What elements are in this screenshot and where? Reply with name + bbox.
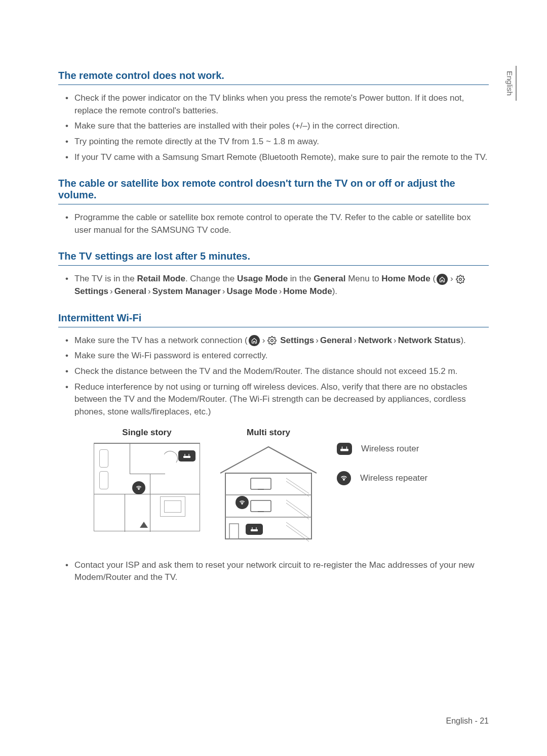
svg-line-12 [286, 500, 309, 516]
list-item: If your TV came with a Samsung Smart Rem… [69, 151, 489, 164]
path-general: General [320, 335, 352, 345]
chevron-icon: › [262, 335, 265, 345]
path-settings: Settings [280, 335, 314, 345]
text: Make sure the TV has a network connectio… [74, 335, 248, 345]
legend-router-label: Wireless router [361, 444, 419, 454]
heading-settings-lost: The TV settings are lost after 5 minutes… [58, 250, 489, 266]
list-item: Check if the power indicator on the TV b… [69, 92, 489, 117]
floorplan-single [94, 443, 200, 531]
list-wifi-after: Contact your ISP and ask them to reset y… [58, 559, 489, 584]
router-icon [246, 524, 263, 535]
svg-rect-16 [229, 524, 239, 539]
heading-wifi: Intermittent Wi-Fi [58, 312, 489, 327]
chevron-icon: › [279, 286, 282, 296]
heading-remote: The remote control does not work. [58, 70, 489, 85]
home-icon [249, 335, 260, 346]
svg-point-1 [271, 340, 274, 342]
gear-icon [456, 274, 465, 285]
repeater-icon [236, 496, 249, 509]
list-item: Reduce interference by not using or turn… [69, 381, 489, 418]
diagrams-row: Single story [58, 428, 489, 544]
svg-line-10 [286, 478, 309, 493]
chevron-icon: › [148, 286, 151, 296]
list-item: Make sure the Wi-Fi password is entered … [69, 350, 489, 362]
svg-rect-8 [251, 500, 271, 512]
list-item: Programme the cable or satellite box rem… [69, 212, 489, 236]
bold-home-mode: Home Mode [381, 274, 430, 283]
bold-general: General [314, 274, 345, 283]
path-home-mode: Home Mode [283, 286, 332, 296]
list-item: Try pointing the remote directly at the … [69, 136, 489, 148]
diagram-title-multi: Multi story [247, 428, 290, 438]
text: in the [288, 274, 314, 283]
heading-cable: The cable or satellite box remote contro… [58, 178, 489, 204]
language-side-tab: English [504, 66, 517, 101]
list-remote: Check if the power indicator on the TV b… [58, 92, 489, 163]
repeater-icon [132, 481, 145, 494]
list-wifi: Make sure the TV has a network connectio… [58, 334, 489, 418]
path-usage-mode: Usage Mode [227, 286, 278, 296]
svg-rect-17 [251, 529, 258, 531]
diagram-title-single: Single story [122, 428, 171, 438]
text: ). [460, 335, 465, 345]
chevron-icon: › [222, 286, 225, 296]
home-icon [437, 274, 448, 285]
list-item: The TV is in the Retail Mode. Change the… [69, 273, 489, 298]
list-item: Contact your ISP and ask them to reset y… [69, 559, 489, 584]
diagram-single-story: Single story [94, 428, 200, 531]
svg-rect-2 [183, 456, 190, 458]
chevron-icon: › [450, 274, 453, 283]
path-system-manager: System Manager [152, 286, 221, 296]
gear-icon [267, 335, 277, 346]
list-settings-lost: The TV is in the Retail Mode. Change the… [58, 273, 489, 298]
text: Menu to [345, 274, 381, 283]
page-footer: English - 21 [446, 717, 489, 726]
repeater-icon [337, 471, 351, 485]
svg-rect-18 [340, 449, 348, 451]
router-icon [337, 443, 352, 455]
svg-line-13 [286, 503, 309, 519]
path-general: General [114, 286, 146, 296]
text: ( [431, 274, 436, 283]
list-item: Check the distance between the TV and th… [69, 365, 489, 378]
chevron-icon: › [110, 286, 113, 296]
svg-line-11 [286, 481, 309, 496]
bold-usage-mode: Usage Mode [237, 274, 288, 283]
list-item: Make sure that the batteries are install… [69, 120, 489, 133]
legend: Wireless router Wireless repeater [337, 428, 427, 485]
router-icon [178, 450, 196, 461]
chevron-icon: › [354, 335, 357, 345]
path-settings: Settings [74, 286, 108, 296]
list-item: Make sure the TV has a network connectio… [69, 334, 489, 347]
house-multi [215, 443, 322, 544]
footer-lang: English [446, 717, 473, 725]
footer-sep: - [473, 717, 480, 725]
legend-repeater-label: Wireless repeater [360, 473, 427, 483]
text: ). [332, 286, 337, 296]
chevron-icon: › [316, 335, 319, 345]
legend-repeater: Wireless repeater [337, 471, 427, 485]
text: The TV is in the [74, 274, 137, 283]
legend-router: Wireless router [337, 443, 427, 455]
footer-page: 21 [480, 717, 489, 725]
diagram-multi-story: Multi story [215, 428, 322, 544]
chevron-icon: › [394, 335, 397, 345]
bold-retail-mode: Retail Mode [137, 274, 185, 283]
svg-rect-6 [251, 478, 271, 489]
svg-point-0 [459, 278, 461, 281]
svg-line-14 [286, 522, 309, 538]
path-network: Network [358, 335, 392, 345]
text: . Change the [185, 274, 237, 283]
list-cable: Programme the cable or satellite box rem… [58, 212, 489, 236]
path-network-status: Network Status [398, 335, 461, 345]
